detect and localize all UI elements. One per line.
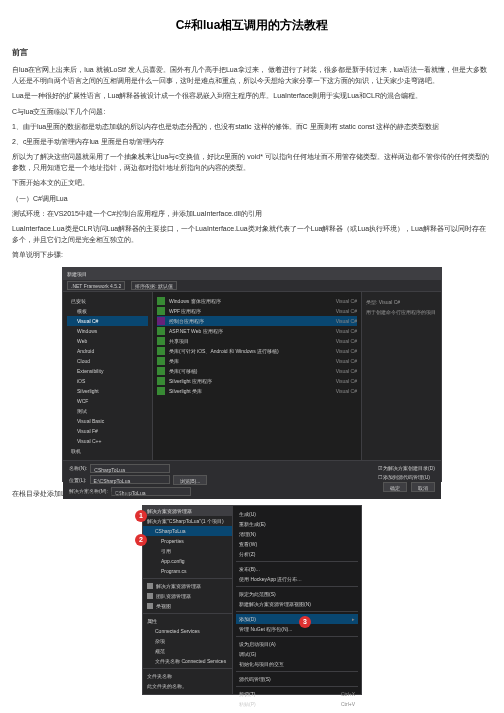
menu-item[interactable]: 使用 HockeyApp 进行分布...: [236, 574, 358, 584]
tree-node[interactable]: Program.cs: [143, 566, 232, 576]
tree-item[interactable]: Visual F#: [67, 426, 148, 436]
toolbox-tab[interactable]: 类视图: [143, 601, 232, 611]
menu-item[interactable]: 发布(B)...: [236, 564, 358, 574]
template-row[interactable]: Silverlight 应用程序Visual C#: [157, 376, 357, 386]
cancel-button[interactable]: 取消: [411, 482, 435, 492]
template-row[interactable]: Silverlight 类库Visual C#: [157, 386, 357, 396]
tree-item[interactable]: Web: [67, 336, 148, 346]
tree-node[interactable]: Properties: [143, 536, 232, 546]
template-row[interactable]: 类库Visual C#: [157, 356, 357, 366]
paragraph: Lua是一种很好的扩展性语言，Lua解释器被设计成一个很容易嵌入到宿主程序的库。…: [12, 90, 492, 101]
prop-row: Connected Services: [143, 626, 232, 636]
location-label: 位置(L):: [69, 476, 87, 484]
section-heading: （一）C#调用Lua: [12, 193, 492, 204]
menu-item-add[interactable]: 添加(D)▸: [236, 614, 358, 624]
tree-node[interactable]: App.config: [143, 556, 232, 566]
template-row[interactable]: 类库(可移植)Visual C#: [157, 366, 357, 376]
menu-item[interactable]: 限定为此范围(S): [236, 589, 358, 599]
tree-item[interactable]: WCF: [67, 396, 148, 406]
browse-button[interactable]: 浏览(B)...: [173, 475, 208, 485]
prop-note: 此文件夹的名称。: [143, 681, 232, 691]
csharp-icon: [157, 327, 165, 335]
tree-item[interactable]: iOS: [67, 376, 148, 386]
tree-item[interactable]: Windows: [67, 326, 148, 336]
tree-item[interactable]: Android: [67, 346, 148, 356]
csharp-icon: [157, 387, 165, 395]
template-row[interactable]: Windows 窗体应用程序Visual C#: [157, 296, 357, 306]
template-row[interactable]: 共享项目Visual C#: [157, 336, 357, 346]
paragraph: LuaInterface.Lua类是CLR访问Lua解释器的主要接口，一个Lua…: [12, 223, 492, 245]
tree-item[interactable]: 联机: [67, 446, 148, 456]
prop-row: 规范: [143, 646, 232, 656]
tree-item[interactable]: 测试: [67, 406, 148, 416]
checkbox-sourcecontrol[interactable]: ☐ 添加到源代码管理(U): [378, 473, 435, 481]
csharp-icon: [157, 357, 165, 365]
tree-item-selected[interactable]: Visual C#: [67, 316, 148, 326]
framework-bar: .NET Framework 4.5.2 排序依据: 默认值: [63, 280, 441, 292]
tree-item[interactable]: 模板: [67, 306, 148, 316]
template-row[interactable]: WPF 应用程序Visual C#: [157, 306, 357, 316]
ok-button[interactable]: 确定: [383, 482, 407, 492]
prop-name: 文件夹名称: [143, 671, 232, 681]
list-item: 1、由于lua里面的数据都是动态加载的所以内存也是动态分配的，也没有static…: [12, 121, 492, 132]
framework-dropdown[interactable]: .NET Framework 4.5.2: [67, 281, 125, 290]
tree-root[interactable]: 已安装: [67, 296, 148, 306]
toolbox-tab[interactable]: 团队资源管理器: [143, 591, 232, 601]
paragraph: 所以为了解决这些问题就采用了一个抽象栈来让lua与c交换值，好比c里面的 voi…: [12, 151, 492, 173]
prop-row: 杂项: [143, 636, 232, 646]
name-input[interactable]: CSharpToLua: [90, 464, 170, 473]
annotation-marker-2: 2: [135, 534, 147, 546]
menu-item[interactable]: 设为启动项目(A): [236, 639, 358, 649]
preface-heading: 前言: [12, 47, 492, 60]
page-title: C#和lua相互调用的方法教程: [12, 16, 492, 35]
menu-item[interactable]: 剪切(T)Ctrl+X: [236, 689, 358, 699]
menu-item[interactable]: 重新生成(E): [236, 519, 358, 529]
paragraph: 下面开始本文的正文吧。: [12, 177, 492, 188]
console-icon: [157, 317, 165, 325]
template-tree: 已安装 模板 Visual C# Windows Web Android Clo…: [63, 292, 153, 460]
solution-explorer-screenshot: 1 2 3 解决方案资源管理器 解决方案"CSharpToLua"(1 个项目)…: [142, 505, 362, 695]
annotation-marker-1: 1: [135, 510, 147, 522]
menu-item[interactable]: 源代码管理(S): [236, 674, 358, 684]
project-node[interactable]: CSharpToLua: [143, 526, 232, 536]
menu-item[interactable]: 分析(Z): [236, 549, 358, 559]
menu-item[interactable]: 粘贴(P)Ctrl+V: [236, 699, 358, 709]
sort-dropdown[interactable]: 排序依据: 默认值: [131, 281, 177, 290]
name-label: 名称(N):: [69, 464, 87, 472]
menu-item[interactable]: 初始化与项目的交互: [236, 659, 358, 669]
tree-item[interactable]: Silverlight: [67, 386, 148, 396]
template-row-selected[interactable]: 控制台应用程序Visual C#: [157, 316, 357, 326]
paragraph: 简单说明下步骤:: [12, 249, 492, 260]
menu-item[interactable]: 清理(N): [236, 529, 358, 539]
tab-icon: [147, 583, 153, 589]
toolbox-tab[interactable]: 解决方案资源管理器: [143, 581, 232, 591]
subheading: C与lua交互面临以下几个问题:: [12, 106, 492, 117]
solution-explorer: 解决方案资源管理器 解决方案"CSharpToLua"(1 个项目) CShar…: [143, 506, 233, 694]
checkbox-createdir[interactable]: ☑ 为解决方案创建目录(D): [378, 464, 435, 472]
template-info: 类型: Visual C# 用于创建命令行应用程序的项目: [361, 292, 441, 460]
csharp-icon: [157, 337, 165, 345]
paragraph: 自lua在官网上出来后，lua 就被LoStf 发人员喜爱。国外有几个高手把Lu…: [12, 64, 492, 86]
solution-node[interactable]: 解决方案"CSharpToLua"(1 个项目): [143, 516, 232, 526]
menu-item[interactable]: 查看(W): [236, 539, 358, 549]
prop-row: 文件夹名称 Connected Services: [143, 656, 232, 666]
tree-item[interactable]: Visual C++: [67, 436, 148, 446]
csharp-icon: [157, 307, 165, 315]
context-menu: 生成(U) 重新生成(E) 清理(N) 查看(W) 分析(Z) 发布(B)...…: [233, 506, 361, 694]
menu-item[interactable]: 调试(G): [236, 649, 358, 659]
menu-item[interactable]: 新建解决方案资源管理器视图(N): [236, 599, 358, 609]
menu-item[interactable]: 管理 NuGet 程序包(N)...: [236, 624, 358, 634]
template-row[interactable]: ASP.NET Web 应用程序Visual C#: [157, 326, 357, 336]
template-row[interactable]: 类库(可针对 iOS、Android 和 Windows 进行移植)Visual…: [157, 346, 357, 356]
location-input[interactable]: E:\CSharpToLua: [90, 475, 170, 484]
csharp-icon: [157, 347, 165, 355]
csharp-icon: [157, 367, 165, 375]
type-label: 类型: Visual C#: [366, 298, 437, 306]
menu-item[interactable]: 生成(U): [236, 509, 358, 519]
annotation-marker-3: 3: [299, 616, 311, 628]
tree-item[interactable]: Extensibility: [67, 366, 148, 376]
tree-item[interactable]: Visual Basic: [67, 416, 148, 426]
tree-item[interactable]: Cloud: [67, 356, 148, 366]
list-item: 2、c里面是手动管理内存lua 里面是自动管理内存: [12, 136, 492, 147]
references-node[interactable]: 引用: [143, 546, 232, 556]
